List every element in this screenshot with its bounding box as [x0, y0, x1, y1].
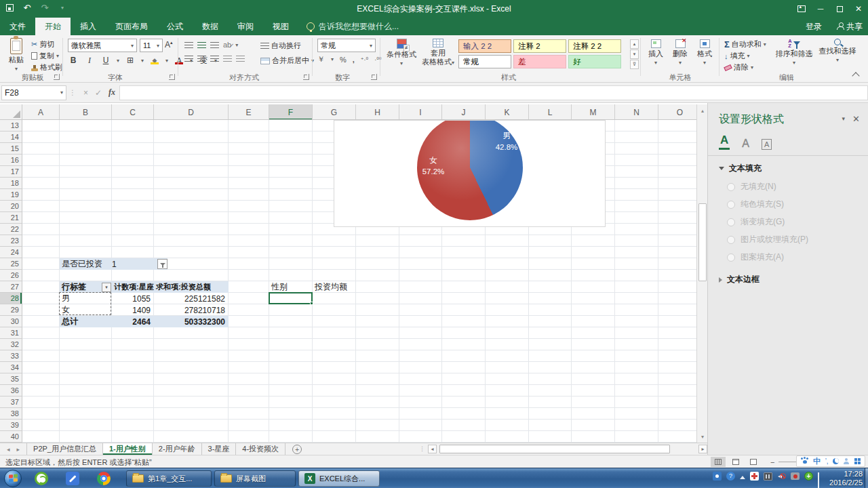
pivot-filter-row[interactable]: 是否已投资1	[60, 258, 167, 270]
browser-360-icon[interactable]	[31, 470, 52, 487]
number-format-select[interactable]: 常规▾	[317, 39, 376, 52]
confirm-entry-icon[interactable]: ✓	[95, 88, 102, 98]
column-header-G[interactable]: G	[313, 104, 356, 120]
column-header-N[interactable]: N	[615, 104, 658, 120]
section-text-border[interactable]: 文本边框	[719, 274, 859, 285]
row-header-22[interactable]: 22	[0, 224, 22, 235]
orientation-icon[interactable]: ab̷	[223, 41, 231, 49]
ribbon-display-options-icon[interactable]	[792, 0, 811, 18]
increase-indent-icon[interactable]	[236, 56, 245, 62]
percent-icon[interactable]: %	[340, 56, 347, 64]
section-text-fill[interactable]: 文本填充	[719, 163, 859, 174]
row-header-15[interactable]: 15	[0, 143, 22, 155]
pane-options-icon[interactable]: ▾	[842, 115, 845, 122]
column-header-M[interactable]: M	[572, 104, 615, 120]
row-header-27[interactable]: 27	[0, 281, 22, 293]
minimize-button[interactable]: ─	[811, 0, 830, 18]
sort-filter-button[interactable]: AZ 排序和筛选▾	[773, 39, 815, 66]
ime-punctuation-icon[interactable]: ’,	[825, 458, 829, 465]
autosum-button[interactable]: Σ自动求和▾	[724, 39, 766, 49]
comma-icon[interactable]: ,	[353, 56, 355, 64]
decrease-indent-icon[interactable]	[223, 56, 232, 62]
row-header-36[interactable]: 36	[0, 385, 22, 396]
column-header-F[interactable]: F	[269, 104, 313, 120]
row-header-31[interactable]: 31	[0, 327, 22, 339]
fill-handle[interactable]	[310, 302, 313, 305]
row-header-21[interactable]: 21	[0, 212, 22, 224]
show-desktop-button[interactable]	[865, 468, 868, 488]
ribbon-tab-插入[interactable]: 插入	[71, 18, 106, 35]
paste-button[interactable]: 粘贴▾	[4, 38, 28, 72]
column-header-K[interactable]: K	[486, 104, 529, 120]
pivot-total-count[interactable]: 2464	[112, 316, 154, 327]
sign-in-link[interactable]: 登录	[806, 21, 822, 33]
row-header-19[interactable]: 19	[0, 189, 22, 201]
cell-style-chip[interactable]: 常规	[458, 55, 511, 68]
cut-button[interactable]: ✂剪切	[31, 39, 54, 49]
sheet-tab-3-星座[interactable]: 3-星座	[202, 443, 237, 455]
font-size-select[interactable]: 11▾	[140, 39, 163, 52]
grow-font-icon[interactable]: A▴	[165, 40, 173, 49]
tray-expand-icon[interactable]	[740, 476, 745, 479]
name-box[interactable]: F28▾	[1, 85, 66, 100]
pane-option[interactable]: 无填充(N)	[727, 181, 859, 192]
sheet-nav-right-icon[interactable]: ▸	[17, 446, 20, 453]
row-header-14[interactable]: 14	[0, 131, 22, 143]
fill-color-icon[interactable]: ◆	[149, 54, 160, 66]
worksheet-grid[interactable]: 是否已投资1行标签▾计数项:星座求和项:投资总额男1055225121582女1…	[22, 120, 696, 443]
cell-f27[interactable]: 性别	[269, 281, 313, 293]
text-fill-outline-icon[interactable]: A	[719, 134, 730, 150]
ribbon-tab-视图[interactable]: 视图	[263, 18, 298, 35]
tray-power-icon[interactable]	[764, 472, 772, 481]
column-header-B[interactable]: B	[60, 104, 112, 120]
vertical-scroll-thumb[interactable]	[698, 203, 707, 281]
text-effects-icon[interactable]: A	[742, 138, 749, 150]
ribbon-tab-数据[interactable]: 数据	[193, 18, 228, 35]
row-header-23[interactable]: 23	[0, 235, 22, 247]
new-sheet-icon[interactable]: +	[292, 445, 302, 454]
ime-mode-toggle[interactable]: 中	[813, 456, 821, 466]
pane-option[interactable]: 渐变填充(G)	[727, 216, 859, 228]
taskbar-button-2[interactable]: 屏幕截图	[214, 470, 296, 487]
row-header-28[interactable]: 28	[0, 293, 22, 304]
number-dialog-launcher[interactable]	[371, 74, 377, 80]
column-header-A[interactable]: A	[22, 104, 60, 120]
cell-style-chip[interactable]: 注释 2	[513, 39, 566, 53]
sheet-tab-2-用户年龄[interactable]: 2-用户年龄	[153, 443, 202, 455]
sheet-tab-P2P_用户信息汇总[interactable]: P2P_用户信息汇总	[26, 443, 103, 455]
copy-button[interactable]: 复制▾	[31, 51, 59, 61]
tell-me-box[interactable]: 告诉我您想要做什么...	[307, 18, 399, 35]
close-button[interactable]: ✕	[849, 0, 868, 18]
page-layout-view-button[interactable]	[728, 457, 743, 467]
column-header-D[interactable]: D	[154, 104, 229, 120]
row-header-30[interactable]: 30	[0, 316, 22, 327]
pivot-header-row-labels[interactable]: 行标签▾	[60, 281, 112, 293]
ribbon-tab-文件[interactable]: 文件	[0, 18, 35, 35]
currency-icon[interactable]: ￥	[317, 54, 325, 64]
select-all-corner[interactable]	[0, 104, 22, 120]
pie-chart[interactable]: 男42.8%女57.2%	[334, 120, 606, 227]
taskbar-button-1[interactable]: 第1章_交互...	[126, 470, 212, 487]
cell-g27[interactable]: 投资均额	[313, 281, 356, 293]
font-dialog-launcher[interactable]	[169, 74, 175, 80]
horizontal-scrollbar[interactable]: ⋮ ◂ ▸	[419, 443, 707, 454]
pivot-cell-sum[interactable]: 225121582	[154, 293, 229, 304]
horizontal-scroll-thumb[interactable]	[439, 445, 670, 453]
ribbon-tab-公式[interactable]: 公式	[157, 18, 193, 35]
cell-style-chip[interactable]: 好	[568, 55, 621, 68]
pivot-cell-sum[interactable]: 278210718	[154, 304, 229, 316]
vertical-scrollbar[interactable]: ▴ ▾	[696, 104, 707, 443]
underline-button[interactable]: U	[100, 54, 111, 66]
hscroll-left-icon[interactable]: ◂	[428, 445, 437, 453]
row-header-18[interactable]: 18	[0, 178, 22, 189]
sheet-tab-4-投资频次[interactable]: 4-投资频次	[236, 443, 285, 455]
ribbon-tab-审阅[interactable]: 审阅	[228, 18, 263, 35]
tray-health-icon[interactable]	[750, 472, 759, 481]
textbox-icon[interactable]: A	[762, 139, 772, 150]
insert-function-icon[interactable]: fx	[108, 87, 115, 98]
merge-center-button[interactable]: 合并后居中▾	[260, 56, 314, 66]
row-header-40[interactable]: 40	[0, 431, 22, 443]
notes-app-icon[interactable]	[62, 470, 83, 487]
row-header-17[interactable]: 17	[0, 166, 22, 178]
ime-toolbox-icon[interactable]	[854, 458, 861, 464]
